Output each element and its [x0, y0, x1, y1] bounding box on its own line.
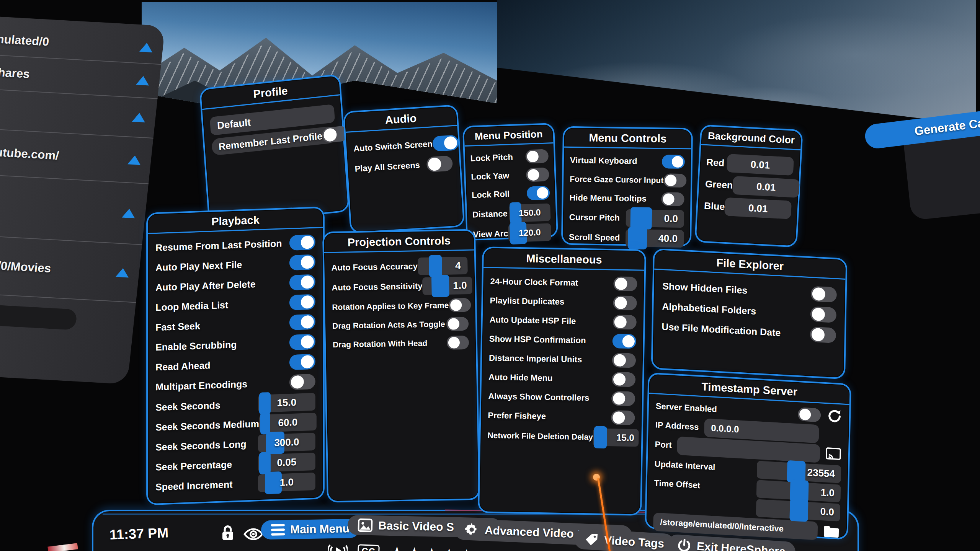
read-ahead-toggle[interactable] [289, 354, 315, 370]
setting-row: Drag Rotation With Head [333, 334, 469, 353]
extra-slider[interactable]: 0.0 [756, 499, 841, 521]
slider-handle[interactable] [630, 207, 652, 230]
auto-focus-sensitivity-slider[interactable]: 1.0 [422, 277, 472, 295]
toggle-knob [672, 156, 683, 168]
lock-pitch-toggle[interactable] [525, 149, 549, 163]
setting-row: Auto Hide Menu [488, 368, 636, 389]
setting-label: Drag Rotation Acts As Toggle [332, 320, 445, 331]
setting-label: Show Hidden Files [662, 280, 747, 296]
toggle-knob [799, 408, 811, 421]
enable-scrubbing-toggle[interactable] [289, 334, 315, 350]
toggle-knob [323, 128, 337, 142]
use-file-modification-date-toggle[interactable] [810, 326, 836, 343]
seek-percentage-slider[interactable]: 0.05 [258, 453, 315, 472]
setting-row: Blue 0.01 [704, 196, 792, 219]
setting-row: View Arc 120.0 [473, 223, 551, 243]
toggle-knob [812, 287, 826, 301]
speed-increment-slider[interactable]: 1.0 [258, 473, 315, 492]
folder-icon[interactable] [823, 524, 840, 539]
setting-label: Resume From Last Position [155, 238, 282, 253]
seek-seconds-medium-slider[interactable]: 60.0 [259, 413, 317, 432]
slider-value: 23554 [807, 466, 835, 480]
seek-seconds-slider[interactable]: 15.0 [258, 393, 315, 412]
view-arc-slider[interactable]: 120.0 [508, 223, 552, 242]
play-all-screens-toggle[interactable] [426, 155, 453, 172]
sidebar-item-label: mulated/0 [0, 32, 50, 49]
sidebar-item-movies[interactable]: lated/0/Movies [0, 235, 142, 303]
virtual-keyboard-toggle[interactable] [662, 155, 685, 169]
setting-label: Virtual Keyboard [570, 155, 637, 166]
panel-title: Menu Controls [564, 128, 691, 150]
setting-row: Auto Switch Screen [353, 134, 452, 157]
show-hsp-confirmation-toggle[interactable] [612, 334, 637, 349]
lock-yaw-toggle[interactable] [526, 167, 549, 182]
setting-label: Seek Seconds Medium [155, 418, 259, 432]
auto-focus-accuracy-slider[interactable]: 4 [418, 257, 468, 275]
setting-row: Lock Yaw [471, 166, 549, 185]
setting-row: Speed Increment 1.0 [155, 473, 315, 496]
alphabetical-folders-toggle[interactable] [810, 306, 837, 323]
generate-catalog-label: Generate Cat [914, 116, 980, 138]
loop-media-list-toggle[interactable] [289, 294, 315, 310]
hide-menu-tooltips-toggle[interactable] [661, 192, 684, 206]
slider-handle[interactable] [628, 227, 647, 249]
setting-row: Distance Imperial Units [489, 349, 636, 370]
slider-handle[interactable] [431, 275, 449, 297]
drag-rotation-toggle-mode[interactable] [446, 317, 469, 331]
auto-play-after-delete-toggle[interactable] [289, 274, 315, 290]
heart-icon[interactable]: ♥ [486, 546, 497, 551]
cast-icon[interactable] [825, 447, 842, 462]
setting-row: Auto Update HSP File [489, 311, 637, 331]
auto-switch-screen-toggle[interactable] [432, 135, 459, 152]
panel-title: Menu Position [464, 124, 554, 147]
refresh-icon[interactable] [827, 408, 843, 424]
playlist-duplicates-toggle[interactable] [613, 295, 637, 310]
slider-handle[interactable] [789, 499, 808, 522]
scroll-speed-slider[interactable]: 40.0 [626, 229, 684, 248]
setting-label: Seek Percentage [155, 459, 232, 473]
force-gaze-cursor-toggle[interactable] [663, 173, 686, 187]
slider-handle[interactable] [429, 255, 442, 277]
clock-format-toggle[interactable] [613, 276, 637, 291]
cursor-pitch-slider[interactable]: 0.0 [626, 209, 684, 228]
server-enabled-toggle[interactable] [798, 407, 821, 422]
tag-icon [584, 532, 599, 547]
setting-label: Prefer Fisheye [488, 411, 546, 422]
auto-play-next-file-toggle[interactable] [289, 254, 315, 271]
fast-seek-toggle[interactable] [289, 314, 315, 330]
broadcast-icon[interactable] [328, 542, 348, 551]
sidebar-item-youtube[interactable]: youtube.com/ [0, 129, 153, 184]
field-value: /storage/emulated/0/Interactive [660, 517, 784, 534]
distance-slider[interactable]: 150.0 [509, 203, 551, 222]
setting-label: 24-Hour Clock Format [490, 277, 578, 288]
blue-field[interactable]: 0.01 [724, 197, 792, 219]
distance-imperial-units-toggle[interactable] [612, 353, 636, 368]
lock-roll-toggle[interactable] [526, 186, 550, 200]
drag-rotation-with-head-toggle[interactable] [447, 336, 469, 350]
red-field[interactable]: 0.01 [727, 154, 794, 176]
main-menu-button[interactable]: Main Menu [261, 519, 360, 540]
prefer-fisheye-toggle[interactable] [611, 410, 635, 425]
panel-timestamp-server: Timestamp Server Server Enabled IP Addre… [645, 372, 851, 540]
green-field[interactable]: 0.01 [732, 176, 800, 198]
seek-seconds-long-slider[interactable]: 300.0 [258, 433, 315, 452]
sidebar-selected-row[interactable] [0, 303, 77, 330]
star-rating[interactable]: ★★★★★ [389, 543, 477, 551]
slider-handle[interactable] [594, 426, 607, 448]
slider-value: 0.0 [664, 213, 678, 225]
toggle-knob [613, 392, 626, 405]
rotation-applies-key-frame-toggle[interactable] [449, 298, 471, 312]
auto-hide-menu-toggle[interactable] [612, 372, 636, 387]
always-show-controllers-toggle[interactable] [611, 391, 635, 406]
cc-icon[interactable]: CC [358, 544, 380, 551]
resume-from-last-position-toggle[interactable] [289, 235, 315, 251]
clock-time: 11:37 PM [109, 525, 168, 543]
multipart-encodings-toggle[interactable] [289, 374, 315, 390]
sidebar-item-blank-2[interactable] [0, 174, 149, 245]
setting-label: Auto Hide Menu [488, 372, 553, 383]
lock-button[interactable] [220, 524, 236, 542]
eye-button[interactable] [243, 527, 263, 541]
network-file-deletion-delay-slider[interactable]: 15.0 [593, 428, 639, 447]
show-hidden-files-toggle[interactable] [810, 286, 837, 303]
auto-update-hsp-toggle[interactable] [612, 315, 637, 329]
